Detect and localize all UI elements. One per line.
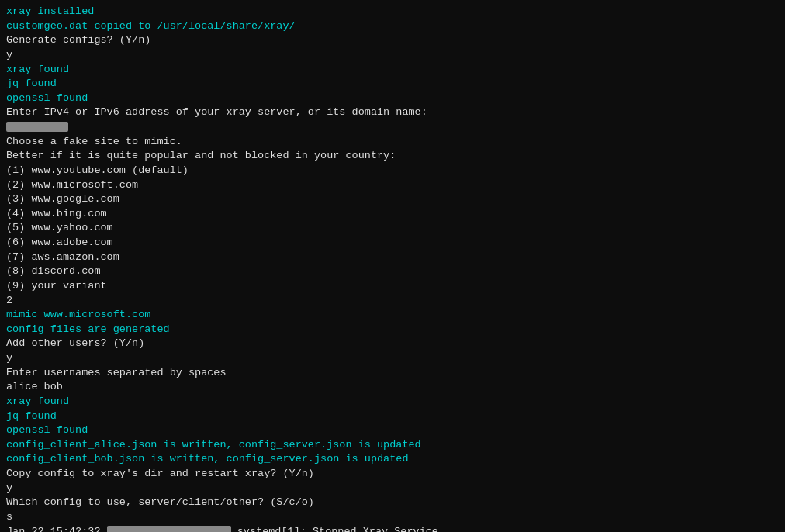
line-1: xray installed	[6, 5, 779, 19]
line-27: xray found	[6, 395, 779, 409]
line-26: alice bob	[6, 380, 779, 395]
line-36: Jan 22 15:42:32 systemd[1]: Stopped Xray…	[6, 525, 779, 533]
line-4: y	[6, 48, 779, 63]
line-12: (2) www.microsoft.com	[6, 178, 779, 193]
line-10: Better if it is quite popular and not bl…	[6, 149, 779, 164]
line-17: (7) aws.amazon.com	[6, 250, 779, 265]
line-32: Copy config to xray's dir and restart xr…	[6, 467, 779, 482]
line-30: config_client_alice.json is written, con…	[6, 438, 779, 453]
line-33: y	[6, 482, 779, 496]
line-16: (6) www.adobe.com	[6, 236, 779, 250]
line-14: (4) www.bing.com	[6, 207, 779, 222]
line-31: config_client_bob.json is written, confi…	[6, 452, 779, 467]
redacted-hostname-1	[107, 526, 231, 532]
line-23: Add other users? (Y/n)	[6, 337, 779, 351]
line-18: (8) discord.com	[6, 264, 779, 279]
terminal-output: xray installed customgeo.dat copied to /…	[6, 5, 779, 532]
line-3: Generate configs? (Y/n)	[6, 33, 779, 48]
line-35: s	[6, 510, 779, 525]
line-13: (3) www.google.com	[6, 192, 779, 207]
line-ip	[6, 120, 779, 135]
line-9: Choose a fake site to mimic.	[6, 135, 779, 150]
line-7: openssl found	[6, 92, 779, 106]
line-20: 2	[6, 294, 779, 309]
line-6: jq found	[6, 77, 779, 92]
line-2: customgeo.dat copied to /usr/local/share…	[6, 19, 779, 34]
line-24: y	[6, 351, 779, 366]
line-5: xray found	[6, 63, 779, 78]
line-22: config files are generated	[6, 323, 779, 337]
line-29: openssl found	[6, 423, 779, 438]
line-8: Enter IPv4 or IPv6 address of your xray …	[6, 105, 779, 120]
line-11: (1) www.youtube.com (default)	[6, 164, 779, 178]
line-21: mimic www.microsoft.com	[6, 308, 779, 323]
line-34: Which config to use, server/client/other…	[6, 496, 779, 510]
line-25: Enter usernames separated by spaces	[6, 366, 779, 381]
line-15: (5) www.yahoo.com	[6, 221, 779, 236]
line-19: (9) your variant	[6, 279, 779, 294]
line-28: jq found	[6, 409, 779, 424]
redacted-ip	[6, 122, 68, 133]
